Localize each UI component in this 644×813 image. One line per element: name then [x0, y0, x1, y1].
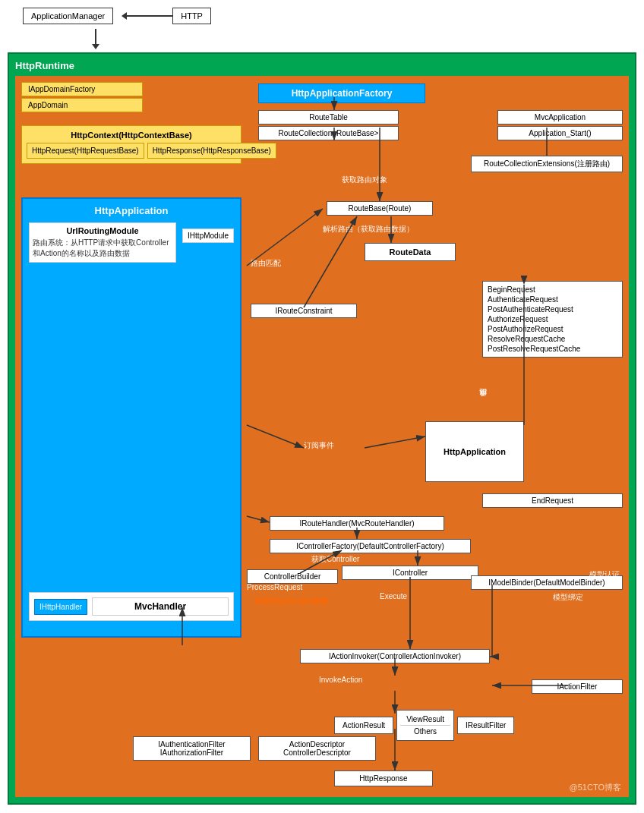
- http-context-area: HttpContext(HttpContextBase) HttpRequest…: [21, 125, 242, 164]
- mvc-app-area: MvcApplication Application_Start(): [497, 110, 623, 142]
- idomain-factory-box: IAppDomainFactory: [21, 82, 143, 96]
- end-request-area: EndRequest: [482, 493, 623, 508]
- view-result-box: ViewResult: [400, 714, 450, 726]
- url-routing-title: UrlRoutingModule: [33, 226, 172, 235]
- get-controller-label: 获取Controller: [311, 554, 359, 565]
- mvc-handler-box: MvcHandler: [92, 597, 229, 616]
- action-result-box: ActionResult: [334, 717, 393, 734]
- url-routing-desc: 路由系统：从HTTP请求中获取Controller和Action的名称以及路由数…: [33, 238, 172, 259]
- mvc-app-box: MvcApplication: [497, 110, 623, 124]
- model-validation-label: 模型认证: [589, 569, 620, 580]
- icontroller-area: IController: [342, 566, 478, 580]
- http-app-factory-box: HttpApplicationFactory: [258, 84, 425, 103]
- dynamic-handler-label: 动态HttpHandler映射: [254, 596, 328, 607]
- http-response-final-area: HttpResponse: [334, 770, 433, 786]
- invoke-action-label: InvokeAction: [319, 676, 362, 684]
- iauth-filter-line2: IAuthorizationFilter: [140, 748, 244, 757]
- iaction-invoker-box: IActionInvoker(ControllerActionInvoker): [300, 649, 490, 663]
- action-descriptor-label: ActionDescriptor: [265, 740, 369, 748]
- iaction-filter-area: IActionFilter: [532, 679, 623, 694]
- route-collection-box: RouteCollection<RouteBase>: [258, 126, 399, 140]
- http-box: HTTP: [172, 8, 211, 24]
- http-runtime-container: HttpRuntime HttpApplicationFactory IAppD…: [8, 52, 636, 805]
- orange-area: HttpApplicationFactory IAppDomainFactory…: [15, 76, 629, 797]
- iaction-invoker-area: IActionInvoker(ControllerActionInvoker): [300, 649, 490, 663]
- route-coll-ext-area: RouteCollectionExtensions(注册路由): [471, 156, 623, 172]
- event-auth: AuthenticateRequest: [486, 295, 619, 304]
- event-begin: BeginRequest: [486, 285, 619, 295]
- icontroller-factory-area: IControllerFactory(DefaultControllerFact…: [270, 539, 471, 553]
- descriptors-area: ActionDescriptor ControllerDescriptor: [258, 736, 376, 761]
- svg-line-24: [247, 425, 304, 448]
- others-box: Others: [400, 726, 450, 737]
- svg-line-8: [247, 209, 323, 266]
- http-response-final-box: HttpResponse: [334, 770, 433, 786]
- blue-app-title: HttpApplication: [29, 205, 234, 216]
- domain-factory-stack: IAppDomainFactory AppDomain: [21, 82, 143, 114]
- iroute-constraint-box: IRouteConstraint: [251, 304, 357, 318]
- model-binding-label: 模型绑定: [553, 592, 583, 603]
- iauth-filter-area: IAuthenticationFilter IAuthorizationFilt…: [133, 736, 251, 761]
- icontroller-factory-box: IControllerFactory(DefaultControllerFact…: [270, 539, 471, 553]
- iauth-filter-line1: IAuthenticationFilter: [140, 740, 244, 748]
- parse-route-label: 解析路由（获取路由数据）: [323, 224, 414, 235]
- subscribe-event-label: 订阅事件: [304, 440, 334, 451]
- mvc-handler-inner: IHttpHandler MvcHandler: [29, 592, 234, 621]
- iauth-filter-box: IAuthenticationFilter IAuthorizationFilt…: [133, 736, 251, 761]
- iaction-filter-box: IActionFilter: [532, 679, 623, 694]
- iroute-handler-box: IRouteHandler(MvcRouteHandler): [270, 516, 444, 531]
- route-table-area: RouteTable RouteCollection<RouteBase>: [258, 110, 399, 142]
- process-request-label: ProcessRequest: [247, 583, 302, 591]
- url-routing-module-box: UrlRoutingModule 路由系统：从HTTP请求中获取Controll…: [29, 222, 176, 263]
- event-resolve: ResolveRequestCache: [486, 334, 619, 344]
- route-coll-ext-box: RouteCollectionExtensions(注册路由): [471, 156, 623, 172]
- iresult-filter-box: IResultFilter: [457, 717, 514, 734]
- http-req-resp: HttpRequest(HttpRequestBase) HttpRespons…: [27, 143, 236, 159]
- http-context-title: HttpContext(HttpContextBase): [27, 131, 236, 140]
- end-request-box: EndRequest: [482, 493, 623, 508]
- http-runtime-label: HttpRuntime: [15, 60, 629, 71]
- route-data-area: RouteData: [365, 243, 456, 261]
- app-domain-box: AppDomain: [21, 98, 143, 112]
- route-base-area: RouteBase(Route): [327, 201, 433, 216]
- controller-builder-box: ControllerBuilder: [247, 569, 338, 584]
- event-post-authorize: PostAuthorizeRequest: [486, 324, 619, 334]
- http-request-box: HttpRequest(HttpRequestBase): [27, 143, 144, 159]
- icontroller-box: IController: [342, 566, 478, 580]
- event-authorize: AuthorizeRequest: [486, 314, 619, 324]
- route-table-box: RouteTable: [258, 110, 399, 124]
- app-start-box: Application_Start(): [497, 126, 623, 140]
- event-post-auth: PostAuthenticateRequest: [486, 304, 619, 314]
- mvc-handler-area: IHttpHandler MvcHandler: [29, 592, 234, 621]
- http-response-box: HttpResponse(HttpResponseBase): [147, 143, 276, 159]
- iroute-handler-area: IRouteHandler(MvcRouteHandler): [270, 516, 444, 531]
- svg-line-10: [365, 436, 425, 448]
- descriptors-box: ActionDescriptor ControllerDescriptor: [258, 736, 376, 761]
- ihttp-module-box: IHttpModule: [182, 228, 234, 243]
- watermark: @51CTO博客: [570, 782, 621, 793]
- route-base-box: RouteBase(Route): [327, 201, 433, 216]
- http-context-outer: HttpContext(HttpContextBase) HttpRequest…: [21, 125, 242, 164]
- controller-descriptor-label: ControllerDescriptor: [265, 748, 369, 757]
- svg-line-12: [247, 516, 270, 522]
- ihttp-handler-box: IHttpHandler: [34, 599, 87, 615]
- route-match-label: 路由匹配: [251, 258, 281, 269]
- route-data-box: RouteData: [365, 243, 456, 261]
- page-wrapper: ApplicationManager HTTP HttpRuntime Http…: [0, 0, 644, 812]
- http-app-mid-box: HttpApplication: [425, 421, 524, 482]
- execute-label: Execute: [380, 592, 407, 600]
- iroute-constraint-area: IRouteConstraint: [251, 304, 357, 318]
- get-route-obj-label: 获取路由对象: [342, 175, 387, 185]
- events-list: BeginRequest AuthenticateRequest PostAut…: [482, 281, 623, 358]
- app-manager-box: ApplicationManager: [23, 8, 113, 24]
- controller-builder-area: ControllerBuilder: [247, 569, 338, 584]
- event-post-resolve: PostResolveRequestCache: [486, 344, 619, 354]
- http-app-mid-area: HttpApplication: [425, 421, 524, 482]
- blue-app-area: HttpApplication UrlRoutingModule 路由系统：从H…: [21, 197, 242, 638]
